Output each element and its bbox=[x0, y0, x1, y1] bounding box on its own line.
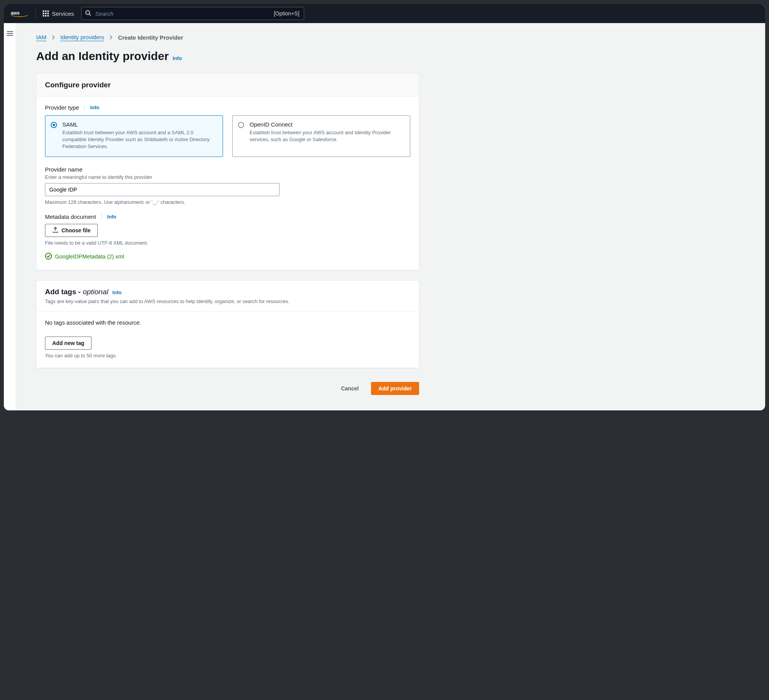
search-shortcut: [Option+S] bbox=[274, 10, 300, 17]
add-new-tag-button[interactable]: Add new tag bbox=[45, 337, 92, 350]
actions-container: Cancel Add provider bbox=[36, 378, 419, 395]
search-icon bbox=[85, 10, 91, 17]
add-provider-label: Add provider bbox=[378, 385, 412, 392]
provider-name-field: Provider name Enter a meaningful name to… bbox=[45, 166, 410, 205]
menu-toggle-icon[interactable] bbox=[4, 31, 16, 36]
cancel-label: Cancel bbox=[341, 385, 359, 392]
nav-divider bbox=[35, 9, 36, 18]
breadcrumb-current: Create Identity Provider bbox=[118, 34, 183, 41]
top-nav: aws Services [Option+S] bbox=[4, 4, 765, 23]
provider-type-label-row: Provider type Info bbox=[45, 104, 410, 111]
provider-name-hint: Enter a meaningful name to identify this… bbox=[45, 174, 410, 180]
radio-desc: Establish trust between your AWS account… bbox=[250, 129, 404, 143]
radio-icon bbox=[51, 122, 57, 128]
tags-empty-message: No tags associated with the resource. bbox=[45, 319, 410, 326]
svg-point-1 bbox=[86, 11, 90, 15]
services-label: Services bbox=[52, 10, 74, 17]
app-window: aws Services [Option+S] IAM bbox=[4, 4, 765, 410]
info-link[interactable]: Info bbox=[90, 105, 99, 110]
body: IAM Identity providers Create Identity P… bbox=[4, 23, 765, 410]
chevron-right-icon bbox=[51, 34, 56, 41]
metadata-label: Metadata document bbox=[45, 213, 96, 220]
choose-file-label: Choose file bbox=[62, 227, 90, 233]
svg-line-2 bbox=[89, 14, 91, 16]
grid-icon bbox=[43, 10, 49, 17]
tags-title: Add tags - optional Info bbox=[45, 288, 410, 296]
actions-row: Cancel Add provider bbox=[85, 378, 419, 395]
label-divider bbox=[84, 105, 85, 111]
services-menu[interactable]: Services bbox=[43, 10, 74, 17]
cancel-button[interactable]: Cancel bbox=[334, 382, 366, 395]
tags-header: Add tags - optional Info Tags are key-va… bbox=[37, 281, 419, 312]
tags-limit-hint: You can add up to 50 more tags. bbox=[45, 353, 410, 358]
provider-type-options: SAML Establish trust between your AWS ac… bbox=[45, 115, 410, 157]
upload-icon bbox=[52, 227, 58, 234]
search-container: [Option+S] bbox=[81, 7, 304, 20]
chevron-right-icon bbox=[109, 34, 113, 41]
panel-header: Configure provider bbox=[37, 74, 419, 97]
page-title-row: Add an Identity provider Info bbox=[36, 50, 419, 63]
breadcrumb-identity-providers[interactable]: Identity providers bbox=[60, 34, 104, 41]
tags-subtitle: Tags are key-value pairs that you can ad… bbox=[45, 298, 410, 304]
uploaded-file-status: GoogleIDPMetadata (2).xml bbox=[45, 253, 410, 261]
info-link[interactable]: Info bbox=[173, 55, 182, 61]
metadata-field: Metadata document Info Choose file File … bbox=[45, 213, 410, 261]
add-tag-label: Add new tag bbox=[52, 340, 84, 346]
radio-saml[interactable]: SAML Establish trust between your AWS ac… bbox=[45, 115, 223, 157]
label-divider bbox=[102, 213, 102, 220]
radio-openid[interactable]: OpenID Connect Establish trust between y… bbox=[232, 115, 410, 157]
page-title: Add an Identity provider bbox=[36, 50, 169, 63]
tags-title-optional: optional bbox=[83, 288, 108, 296]
add-provider-button[interactable]: Add provider bbox=[371, 382, 419, 395]
radio-title: OpenID Connect bbox=[250, 121, 404, 128]
panel-title: Configure provider bbox=[45, 81, 410, 89]
tags-body: No tags associated with the resource. Ad… bbox=[37, 312, 419, 368]
panel-body: Provider type Info SAML Establish trust … bbox=[37, 97, 419, 270]
tags-panel: Add tags - optional Info Tags are key-va… bbox=[36, 280, 419, 368]
info-link[interactable]: Info bbox=[107, 214, 117, 220]
info-link[interactable]: Info bbox=[112, 290, 122, 295]
choose-file-button[interactable]: Choose file bbox=[45, 224, 98, 237]
provider-type-label: Provider type bbox=[45, 104, 79, 111]
provider-name-constraint: Maximum 128 characters. Use alphanumeric… bbox=[45, 199, 410, 205]
aws-logo[interactable]: aws bbox=[11, 9, 28, 18]
svg-point-3 bbox=[45, 253, 52, 259]
left-rail bbox=[4, 23, 16, 410]
breadcrumb-iam[interactable]: IAM bbox=[36, 34, 47, 41]
tags-title-prefix: Add tags - bbox=[45, 288, 83, 296]
provider-name-label: Provider name bbox=[45, 166, 410, 173]
radio-title: SAML bbox=[62, 121, 216, 128]
radio-icon bbox=[238, 122, 244, 128]
metadata-hint: File needs to be a valid UTF-8 XML docum… bbox=[45, 240, 410, 246]
provider-name-input[interactable] bbox=[45, 183, 280, 196]
radio-desc: Establish trust between your AWS account… bbox=[62, 129, 216, 150]
main-content: IAM Identity providers Create Identity P… bbox=[16, 23, 439, 410]
svg-text:aws: aws bbox=[11, 10, 20, 16]
breadcrumb: IAM Identity providers Create Identity P… bbox=[36, 34, 419, 41]
uploaded-file-name: GoogleIDPMetadata (2).xml bbox=[55, 253, 124, 260]
search-input[interactable] bbox=[81, 7, 304, 20]
check-circle-icon bbox=[45, 253, 52, 261]
configure-provider-panel: Configure provider Provider type Info SA… bbox=[36, 73, 419, 270]
